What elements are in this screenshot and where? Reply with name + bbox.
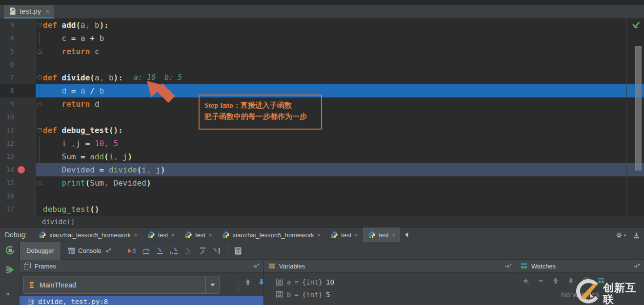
fold-marker-icon[interactable]	[36, 97, 43, 111]
fold-marker-icon[interactable]	[36, 71, 43, 84]
debug-label: Debug:	[5, 231, 27, 239]
move-watch-down-icon[interactable]	[566, 276, 575, 285]
debug-session-tab-5[interactable]: test×	[325, 228, 363, 242]
debug-session-tab-3[interactable]: test×	[180, 228, 217, 242]
add-watch-icon[interactable]	[521, 276, 530, 285]
line-number[interactable]: 17	[0, 203, 36, 216]
close-icon[interactable]: ×	[354, 231, 358, 239]
evaluate-expression-button[interactable]	[232, 245, 245, 257]
line-number[interactable]: 9	[0, 97, 36, 111]
python-file-icon	[9, 7, 17, 15]
close-icon[interactable]: ×	[134, 231, 138, 239]
dock-window-icon[interactable]	[633, 232, 640, 239]
tab-debugger[interactable]: Debugger	[20, 242, 61, 260]
line-number[interactable]: 3	[0, 19, 36, 32]
run-to-cursor-button[interactable]	[210, 245, 223, 257]
gear-icon[interactable]: ▾	[615, 231, 626, 239]
remove-watch-icon[interactable]	[536, 276, 545, 285]
debug-session-tab-label: test	[195, 231, 205, 239]
line-number[interactable]: 13	[0, 150, 36, 163]
rerun-debug-icon[interactable]	[4, 245, 16, 256]
code-line-7[interactable]: 7def divide(a, b):a: 10 b: 5	[0, 71, 644, 84]
variable-val: 10	[326, 278, 334, 286]
arrow-up-icon[interactable]	[244, 278, 252, 286]
code-line-9[interactable]: 9 return d	[0, 97, 644, 111]
fold-marker-icon[interactable]	[36, 124, 43, 137]
variable-type: {int}	[302, 291, 322, 299]
fold-marker-icon[interactable]	[36, 19, 43, 32]
code-line-12[interactable]: 12 i ,j = 10, 5	[0, 137, 644, 150]
float-arrow-icon[interactable]	[505, 263, 512, 269]
chevron-down-icon[interactable]	[205, 276, 219, 293]
fold-marker-icon[interactable]	[36, 163, 43, 176]
left-arrow-icon[interactable]	[404, 232, 409, 238]
step-into-button[interactable]	[154, 245, 167, 257]
code-line-5[interactable]: 5 return c	[0, 45, 644, 58]
stack-frame-row[interactable]: divide, test.py:8	[20, 296, 263, 305]
thread-selector[interactable]: MainThread	[23, 276, 220, 294]
editor-tab-strip: test.py ×	[0, 5, 644, 19]
line-number[interactable]: 5	[0, 45, 36, 58]
debug-session-tab-4[interactable]: xiaozhai_lesson5_homework×	[217, 228, 326, 242]
line-number[interactable]: 16	[0, 190, 36, 203]
line-number[interactable]: 12	[0, 137, 36, 150]
code-line-11[interactable]: 11def debug_test():	[0, 124, 644, 137]
breadcrumb-item[interactable]: divide()	[42, 218, 75, 226]
debug-session-tab-6[interactable]: test×	[363, 228, 401, 242]
debug-session-tab-2[interactable]: test×	[142, 228, 180, 242]
editor-scrollbar[interactable]	[635, 46, 642, 171]
line-number[interactable]: 6	[0, 58, 36, 71]
fold-marker-icon[interactable]	[36, 45, 43, 58]
line-number[interactable]: 4	[0, 32, 36, 45]
fold-column	[36, 190, 43, 203]
line-number[interactable]: 8	[0, 84, 36, 97]
code-line-3[interactable]: 3def add(a, b):	[0, 19, 644, 32]
line-number[interactable]: 11	[0, 124, 36, 137]
code-line-14[interactable]: 14 Devided = divide(i, j)	[0, 163, 644, 176]
show-execution-point-button[interactable]	[125, 245, 139, 257]
step-out-button[interactable]	[196, 245, 209, 257]
step-over-button[interactable]	[140, 245, 153, 257]
line-number[interactable]: 15	[0, 176, 36, 190]
variable-row-a[interactable]: 1001a={int}10	[264, 276, 516, 288]
code-line-13[interactable]: 13 Sum = add(i, j)	[0, 150, 644, 163]
fold-marker-icon[interactable]	[36, 150, 43, 163]
fold-marker-icon[interactable]	[36, 137, 43, 150]
fold-marker-icon[interactable]	[36, 176, 43, 190]
breakpoint-icon[interactable]	[18, 166, 25, 173]
force-step-into-button[interactable]	[182, 245, 195, 257]
variable-row-b[interactable]: 1001b={int}5	[264, 288, 516, 301]
editor-tab-test-py[interactable]: test.py ×	[4, 5, 54, 19]
tab-console[interactable]: Console	[61, 242, 118, 260]
close-icon[interactable]: ×	[45, 7, 49, 15]
line-number[interactable]: 10	[0, 111, 36, 124]
tab-debugger-label: Debugger	[26, 247, 54, 254]
close-icon[interactable]: ×	[208, 231, 212, 239]
more-options-chevron[interactable]: »	[6, 290, 10, 297]
watermark-title: 创新互联	[603, 282, 644, 305]
float-arrow-icon[interactable]	[633, 263, 640, 269]
line-number[interactable]: 7	[0, 71, 36, 84]
move-watch-up-icon[interactable]	[551, 276, 560, 285]
code-line-17[interactable]: 17debug_test()	[0, 203, 644, 216]
code-line-10[interactable]: 10	[0, 111, 644, 124]
fold-marker-icon[interactable]	[36, 32, 43, 45]
code-line-8[interactable]: 8 d = a / b	[0, 84, 644, 97]
debug-session-tab-1[interactable]: xiaozhai_lesson5_homework×	[34, 228, 142, 242]
code-line-4[interactable]: 4 c = a + b	[0, 32, 644, 45]
code-line-6[interactable]: 6	[0, 58, 644, 71]
code-editor[interactable]: 3def add(a, b):4 c = a + b5 return c67de…	[0, 19, 644, 216]
editor-tab-label: test.py	[20, 7, 41, 15]
close-icon[interactable]: ×	[317, 231, 321, 239]
close-icon[interactable]: ×	[392, 231, 396, 239]
python-run-icon	[39, 231, 46, 239]
code-line-16[interactable]: 16	[0, 190, 644, 203]
line-number[interactable]: 14	[0, 163, 36, 176]
close-icon[interactable]: ×	[171, 231, 175, 239]
float-arrow-icon[interactable]	[253, 263, 260, 269]
fold-marker-icon[interactable]	[36, 84, 43, 97]
resume-program-icon[interactable]	[4, 265, 16, 276]
inspections-ok-check-icon[interactable]	[631, 19, 641, 30]
step-into-my-code-button[interactable]	[168, 245, 181, 257]
code-line-15[interactable]: 15 print(Sum, Devided)	[0, 176, 644, 190]
